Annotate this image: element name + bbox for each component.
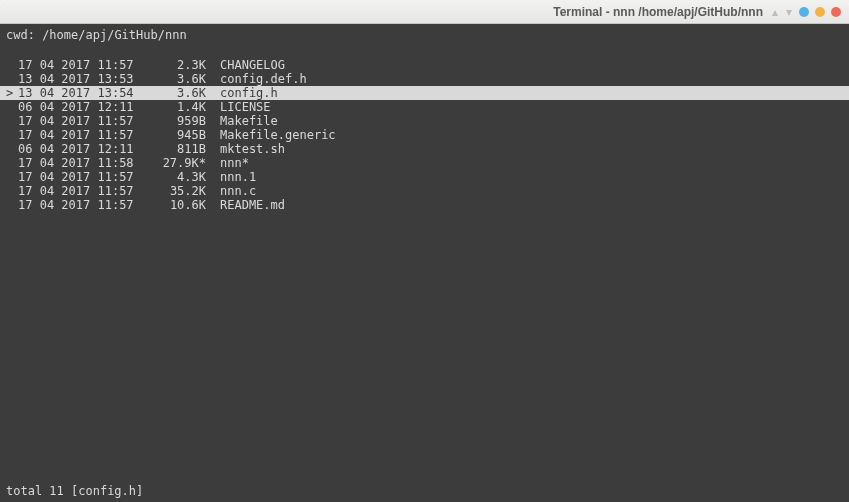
row-date: 06 04 2017 12:11 xyxy=(18,100,148,114)
row-size: 27.9K* xyxy=(148,156,206,170)
terminal-window: Terminal - nnn /home/apj/GitHub/nnn ▴ ▾ … xyxy=(0,0,849,502)
row-size: 35.2K xyxy=(148,184,206,198)
row-gap xyxy=(206,184,220,198)
close-button[interactable] xyxy=(831,7,841,17)
file-row[interactable]: 17 04 2017 11:57945B Makefile.generic xyxy=(6,128,843,142)
row-date: 17 04 2017 11:57 xyxy=(18,184,148,198)
arrow-up-icon: ▴ xyxy=(772,5,778,19)
row-gap xyxy=(206,72,220,86)
row-date: 17 04 2017 11:57 xyxy=(18,170,148,184)
arrow-down-icon: ▾ xyxy=(786,5,792,19)
titlebar[interactable]: Terminal - nnn /home/apj/GitHub/nnn ▴ ▾ xyxy=(0,0,849,24)
row-size: 3.6K xyxy=(148,72,206,86)
row-filename: README.md xyxy=(220,198,285,212)
row-date: 17 04 2017 11:57 xyxy=(18,58,148,72)
row-cursor xyxy=(6,156,18,170)
cwd-path: /home/apj/GitHub/nnn xyxy=(42,28,187,42)
row-cursor xyxy=(6,142,18,156)
row-date: 06 04 2017 12:11 xyxy=(18,142,148,156)
row-filename: LICENSE xyxy=(220,100,271,114)
row-size: 10.6K xyxy=(148,198,206,212)
file-row[interactable]: 17 04 2017 11:5735.2K nnn.c xyxy=(6,184,843,198)
row-gap xyxy=(206,86,220,100)
file-row[interactable]: 17 04 2017 11:57959B Makefile xyxy=(6,114,843,128)
file-list: 17 04 2017 11:572.3K CHANGELOG 13 04 201… xyxy=(6,58,843,212)
file-row[interactable]: 06 04 2017 12:11811B mktest.sh xyxy=(6,142,843,156)
file-row[interactable]: 06 04 2017 12:111.4K LICENSE xyxy=(6,100,843,114)
row-filename: config.h xyxy=(220,86,278,100)
row-date: 13 04 2017 13:53 xyxy=(18,72,148,86)
row-size: 3.6K xyxy=(148,86,206,100)
file-row[interactable]: > 13 04 2017 13:543.6K config.h xyxy=(0,86,849,100)
file-row[interactable]: 17 04 2017 11:5827.9K* nnn* xyxy=(6,156,843,170)
row-cursor: > xyxy=(6,86,18,100)
row-size: 2.3K xyxy=(148,58,206,72)
row-gap xyxy=(206,142,220,156)
row-filename: config.def.h xyxy=(220,72,307,86)
row-date: 17 04 2017 11:57 xyxy=(18,128,148,142)
empty-region xyxy=(6,212,843,484)
status-line: total 11 [config.h] xyxy=(6,484,843,498)
row-size: 811B xyxy=(148,142,206,156)
row-size: 959B xyxy=(148,114,206,128)
row-cursor xyxy=(6,58,18,72)
row-date: 17 04 2017 11:57 xyxy=(18,114,148,128)
minimize-button[interactable] xyxy=(799,7,809,17)
maximize-button[interactable] xyxy=(815,7,825,17)
row-size: 945B xyxy=(148,128,206,142)
row-filename: mktest.sh xyxy=(220,142,285,156)
terminal-content[interactable]: cwd: /home/apj/GitHub/nnn 17 04 2017 11:… xyxy=(0,24,849,502)
row-gap xyxy=(206,156,220,170)
row-cursor xyxy=(6,114,18,128)
row-filename: nnn.c xyxy=(220,184,256,198)
row-cursor xyxy=(6,184,18,198)
file-row[interactable]: 17 04 2017 11:574.3K nnn.1 xyxy=(6,170,843,184)
row-cursor xyxy=(6,72,18,86)
file-row[interactable]: 13 04 2017 13:533.6K config.def.h xyxy=(6,72,843,86)
row-cursor xyxy=(6,170,18,184)
window-title: Terminal - nnn /home/apj/GitHub/nnn xyxy=(553,5,763,19)
row-gap xyxy=(206,128,220,142)
row-cursor xyxy=(6,100,18,114)
blank-line xyxy=(6,44,843,58)
row-gap xyxy=(206,114,220,128)
file-row[interactable]: 17 04 2017 11:5710.6K README.md xyxy=(6,198,843,212)
file-row[interactable]: 17 04 2017 11:572.3K CHANGELOG xyxy=(6,58,843,72)
row-filename: nnn* xyxy=(220,156,249,170)
row-gap xyxy=(206,198,220,212)
row-size: 4.3K xyxy=(148,170,206,184)
row-date: 17 04 2017 11:57 xyxy=(18,198,148,212)
row-date: 13 04 2017 13:54 xyxy=(18,86,148,100)
row-size: 1.4K xyxy=(148,100,206,114)
row-cursor xyxy=(6,198,18,212)
window-controls: ▴ ▾ xyxy=(771,5,841,19)
row-filename: Makefile xyxy=(220,114,278,128)
cwd-line: cwd: /home/apj/GitHub/nnn xyxy=(6,28,843,44)
row-filename: Makefile.generic xyxy=(220,128,336,142)
row-date: 17 04 2017 11:58 xyxy=(18,156,148,170)
row-gap xyxy=(206,100,220,114)
row-gap xyxy=(206,170,220,184)
row-filename: nnn.1 xyxy=(220,170,256,184)
row-cursor xyxy=(6,128,18,142)
cwd-label: cwd: xyxy=(6,28,35,42)
row-filename: CHANGELOG xyxy=(220,58,285,72)
row-gap xyxy=(206,58,220,72)
